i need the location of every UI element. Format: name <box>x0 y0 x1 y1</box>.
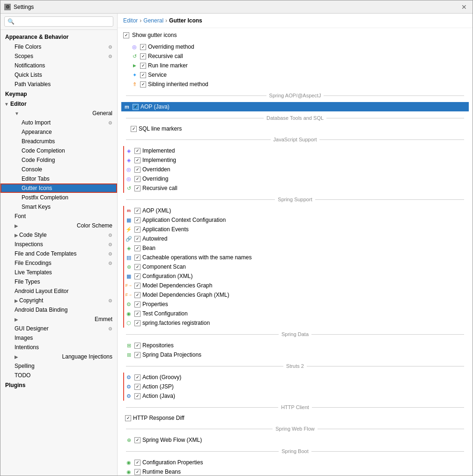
sidebar-item-path-variables[interactable]: Path Variables <box>0 80 117 89</box>
sidebar-item-notifications[interactable]: Notifications <box>0 61 117 70</box>
sidebar-item-emmet[interactable]: ▶ Emmet <box>0 315 117 324</box>
breadcrumb-general[interactable]: General <box>143 17 163 24</box>
checkbox-spring-web-flow[interactable] <box>134 437 140 443</box>
checkbox-implementing[interactable] <box>134 157 140 163</box>
checkbox-sibling[interactable] <box>140 81 146 88</box>
runtime-beans-icon: ◉ <box>125 468 133 476</box>
sidebar-item-color-scheme[interactable]: ▶ Color Scheme <box>0 221 117 230</box>
sidebar-item-code-completion[interactable]: Code Completion <box>0 146 117 155</box>
sidebar-item-live-templates[interactable]: Live Templates <box>0 268 117 277</box>
checkbox-implemented[interactable] <box>134 148 140 154</box>
plugins-header[interactable]: Plugins <box>0 380 117 390</box>
recursive-js-icon: ↺ <box>125 184 133 192</box>
sidebar-item-gui-designer[interactable]: GUI Designer ⚙ <box>0 324 117 333</box>
settings-gear-icon: ⚙ <box>108 44 112 50</box>
divider-spring-support-label: Spring Support <box>278 197 312 202</box>
editor-expander[interactable]: ▼ Editor <box>0 99 117 109</box>
checkbox-app-events[interactable] <box>134 227 140 233</box>
sidebar-item-file-types[interactable]: File Types <box>0 277 117 286</box>
sidebar-item-smart-keys[interactable]: Smart Keys <box>0 202 117 212</box>
checkbox-autowired[interactable] <box>134 236 140 242</box>
checkbox-app-ctx[interactable] <box>134 217 140 223</box>
checkbox-recursive-call[interactable] <box>140 53 146 59</box>
label-sql-markers: SQL line markers <box>139 125 182 132</box>
sidebar-item-spelling[interactable]: Spelling <box>0 361 117 371</box>
action-java-icon: ⚙ <box>125 392 133 400</box>
sidebar-item-android-layout-editor[interactable]: Android Layout Editor <box>0 286 117 296</box>
checkbox-model-dep[interactable] <box>134 283 140 289</box>
sidebar-item-todo[interactable]: TODO <box>0 371 117 380</box>
sidebar-item-appearance[interactable]: Appearance <box>0 127 117 137</box>
checkbox-cacheable[interactable] <box>134 255 140 261</box>
show-gutter-checkbox[interactable] <box>123 32 129 38</box>
checkbox-action-jsp[interactable] <box>134 384 140 390</box>
checkbox-overriding[interactable] <box>134 176 140 182</box>
sidebar-item-android-data-binding[interactable]: Android Data Binding <box>0 305 117 315</box>
checkbox-config-xml[interactable] <box>134 273 140 279</box>
sidebar-item-code-style[interactable]: ▶ Code Style ⚙ <box>0 230 117 240</box>
label-spring-web-flow: Spring Web Flow (XML) <box>142 437 202 443</box>
close-button[interactable]: ✕ <box>459 2 469 12</box>
sidebar-item-language-injections[interactable]: ▶ Language Injections <box>0 352 117 361</box>
checkbox-aop-java[interactable] <box>133 104 139 110</box>
sidebar-item-intentions[interactable]: Intentions <box>0 343 117 352</box>
checkbox-overriding-method[interactable] <box>140 44 146 50</box>
title-bar-left: ⚙ Settings <box>4 4 34 10</box>
label-app-events: Application Events <box>142 226 189 233</box>
sidebar-item-inspections[interactable]: Inspections ⚙ <box>0 240 117 249</box>
checkbox-run-line[interactable] <box>140 63 146 69</box>
sidebar-item-editor-tabs[interactable]: Editor Tabs <box>0 174 117 183</box>
keymap-header[interactable]: Keymap <box>0 89 117 99</box>
sidebar-item-font[interactable]: Font <box>0 212 117 221</box>
label-cacheable: Cacheable operations with the same names <box>142 254 251 261</box>
sidebar-item-quick-lists[interactable]: Quick Lists <box>0 70 117 80</box>
checkbox-http-response[interactable] <box>125 415 131 421</box>
list-item-repositories: ⊞ Repositories <box>125 341 467 350</box>
checkbox-service[interactable] <box>140 72 146 78</box>
run-icon: ▶ <box>131 62 138 69</box>
checkbox-properties[interactable] <box>134 301 140 308</box>
label-bean: Bean <box>142 245 155 251</box>
breadcrumb-editor[interactable]: Editor <box>123 17 138 24</box>
sidebar-item-auto-import[interactable]: Auto Import ⚙ <box>0 118 117 127</box>
sidebar-item-general[interactable]: ▼ General <box>0 109 117 118</box>
checkbox-repositories[interactable] <box>134 343 140 349</box>
sidebar-item-scopes[interactable]: Scopes ⚙ <box>0 51 117 61</box>
list-item-action-groovy: ⚙ Action (Groovy) <box>125 373 467 382</box>
divider-js-label: JavaScript Support <box>273 137 317 142</box>
checkbox-sql-markers[interactable] <box>131 126 137 132</box>
checkbox-overridden[interactable] <box>134 167 140 173</box>
sidebar-item-postfix-completion[interactable]: Postfix Completion <box>0 193 117 202</box>
checkbox-spring-data-proj[interactable] <box>134 352 140 358</box>
sidebar-item-file-colors[interactable]: File Colors ⚙ <box>0 42 117 51</box>
checkbox-spring-factories[interactable] <box>134 320 140 326</box>
checkbox-runtime-beans[interactable] <box>134 469 140 475</box>
checkbox-config-props[interactable] <box>134 460 140 466</box>
checkbox-model-dep-xml[interactable] <box>134 292 140 298</box>
label-model-dep: Model Dependencies Graph <box>142 282 212 289</box>
checkbox-action-java[interactable] <box>134 393 140 399</box>
list-item-bean: ◈ Bean <box>125 243 467 253</box>
sidebar-item-file-code-templates[interactable]: File and Code Templates ⚙ <box>0 249 117 258</box>
sidebar-item-file-encodings[interactable]: File Encodings ⚙ <box>0 258 117 268</box>
content-scroll[interactable]: Show gutter icons ◎ Overriding method ↺ … <box>118 28 473 476</box>
search-input[interactable] <box>4 16 113 27</box>
window-title: Settings <box>14 4 34 10</box>
sidebar-item-images[interactable]: Images <box>0 333 117 343</box>
settings-gear-icon5: ⚙ <box>108 242 112 247</box>
label-action-java: Action (Java) <box>142 393 175 399</box>
appearance-behavior-header[interactable]: Appearance & Behavior <box>0 32 117 42</box>
checkbox-test-config[interactable] <box>134 311 140 317</box>
checkbox-component-scan[interactable] <box>134 264 140 270</box>
sidebar-item-breadcrumbs[interactable]: Breadcrumbs <box>0 137 117 146</box>
checkbox-action-groovy[interactable] <box>134 374 140 381</box>
checkbox-recursive-js[interactable] <box>134 185 140 191</box>
sidebar-item-gutter-icons[interactable]: Gutter Icons <box>0 183 117 193</box>
cacheable-icon: ▤ <box>125 254 133 261</box>
sidebar-item-code-folding[interactable]: Code Folding <box>0 155 117 165</box>
sidebar-item-console[interactable]: Console <box>0 165 117 174</box>
settings-gear-icon4: ⚙ <box>108 233 112 238</box>
sidebar-item-copyright[interactable]: ▶ Copyright ⚙ <box>0 296 117 305</box>
checkbox-aop-xml[interactable] <box>134 208 140 214</box>
checkbox-bean[interactable] <box>134 245 140 251</box>
